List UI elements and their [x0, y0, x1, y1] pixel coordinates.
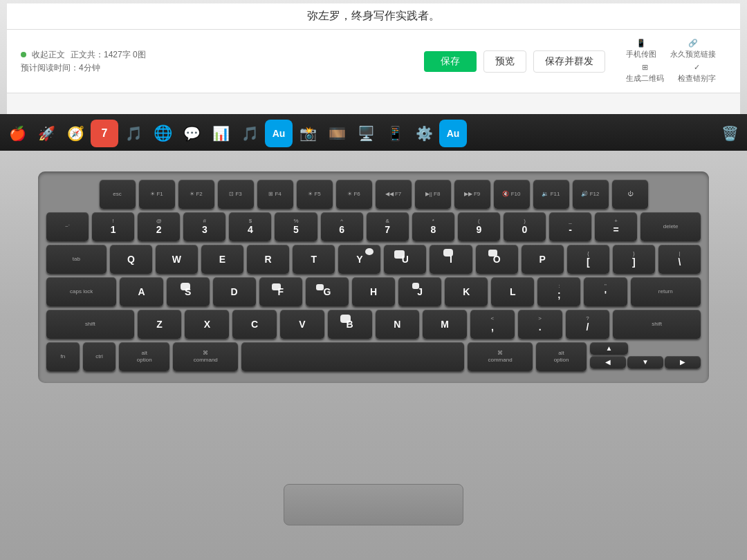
key-n[interactable]: N [376, 310, 420, 339]
key-o[interactable]: O [476, 245, 518, 274]
key-9[interactable]: (9 [458, 212, 500, 241]
key-fn[interactable]: fn [46, 342, 80, 371]
key-return[interactable]: return [631, 277, 701, 306]
key-u[interactable]: U [384, 245, 426, 274]
key-m[interactable]: M [423, 310, 467, 339]
key-power[interactable]: ⏻ [612, 180, 648, 209]
key-quote[interactable]: "' [584, 277, 627, 306]
key-q[interactable]: Q [110, 245, 152, 274]
key-caps-lock[interactable]: caps lock [46, 277, 116, 306]
key-b[interactable]: B [328, 310, 372, 339]
key-equals[interactable]: += [595, 212, 637, 241]
key-slash[interactable]: ?/ [566, 310, 610, 339]
key-f12[interactable]: 🔊 F12 [573, 180, 609, 209]
key-f[interactable]: F [259, 277, 302, 306]
key-y[interactable]: Y [338, 245, 380, 274]
key-left-option[interactable]: alt option [119, 342, 169, 371]
key-ctrl[interactable]: ctrl [83, 342, 116, 371]
key-j[interactable]: J [398, 277, 441, 306]
key-i[interactable]: I [430, 245, 472, 274]
key-left-shift[interactable]: shift [46, 310, 134, 339]
dock-icon-appstore[interactable]: 📱 [381, 120, 409, 147]
dock-icon-trash[interactable]: 🗑️ [716, 120, 744, 147]
key-r[interactable]: R [247, 245, 289, 274]
dock-icon-office[interactable]: 📊 [207, 120, 234, 147]
dock-icon-7[interactable]: 7 [91, 120, 118, 147]
key-g[interactable]: G [306, 277, 349, 306]
key-f8[interactable]: ▶|| F8 [415, 180, 451, 209]
key-arrow-down[interactable]: ▼ [627, 356, 663, 368]
key-left-command[interactable]: ⌘ command [173, 342, 238, 371]
key-f5[interactable]: ☀ F5 [297, 180, 333, 209]
key-0[interactable]: )0 [504, 212, 546, 241]
key-f1[interactable]: ☀ F1 [139, 180, 175, 209]
key-right-command[interactable]: ⌘ command [468, 342, 533, 371]
key-8[interactable]: *8 [412, 212, 454, 241]
permalink[interactable]: 🔗 永久预览链接 [670, 39, 716, 59]
key-f11[interactable]: 🔉 F11 [533, 180, 569, 209]
key-f4[interactable]: ⊞ F4 [257, 180, 293, 209]
dock-icon-wechat[interactable]: 💬 [178, 120, 205, 147]
dock-icon-photos[interactable]: 📸 [294, 120, 322, 147]
key-a[interactable]: A [120, 277, 163, 306]
dock-icon-settings[interactable]: ⚙️ [410, 120, 438, 147]
key-minus[interactable]: _- [549, 212, 591, 241]
key-s[interactable]: S [167, 277, 210, 306]
key-5[interactable]: %5 [275, 212, 317, 241]
dock-icon-audition[interactable]: Au [265, 120, 293, 147]
key-p[interactable]: P [522, 245, 564, 274]
key-c[interactable]: C [232, 310, 277, 339]
key-backslash[interactable]: |\ [658, 245, 701, 274]
key-arrow-left[interactable]: ◀ [590, 356, 626, 368]
key-e[interactable]: E [201, 245, 243, 274]
key-7[interactable]: &7 [367, 212, 409, 241]
key-semicolon[interactable]: :; [537, 277, 580, 306]
publish-button[interactable]: 保存并群发 [533, 50, 605, 73]
key-comma[interactable]: <, [470, 310, 515, 339]
key-v[interactable]: V [280, 310, 324, 339]
save-button[interactable]: 保存 [424, 51, 477, 72]
trackpad[interactable] [284, 484, 463, 525]
dock-icon-apple[interactable]: 🍎 [3, 120, 31, 147]
dock-icon-video[interactable]: 🎞️ [323, 120, 351, 147]
qrcode[interactable]: ⊞ 生成二维码 [626, 63, 664, 84]
key-6[interactable]: ^6 [321, 212, 363, 241]
key-f7[interactable]: ◀◀ F7 [376, 180, 412, 209]
key-d[interactable]: D [213, 277, 256, 306]
dock-icon-au2[interactable]: Au [439, 120, 467, 147]
key-f6[interactable]: ☀ F6 [336, 180, 372, 209]
key-bracket-right[interactable]: }] [613, 245, 655, 274]
dock-icon-launchpad[interactable]: 🚀 [33, 120, 60, 147]
key-w[interactable]: W [156, 245, 198, 274]
key-delete[interactable]: delete [640, 212, 701, 241]
key-tab[interactable]: tab [46, 245, 107, 274]
key-f3[interactable]: ⊡ F3 [218, 180, 254, 209]
key-bracket-left[interactable]: {[ [567, 245, 609, 274]
key-period[interactable]: >. [518, 310, 562, 339]
key-esc[interactable]: esc [100, 180, 136, 209]
key-tilde[interactable]: ~` [46, 212, 89, 241]
key-f9[interactable]: ▶▶ F9 [454, 180, 490, 209]
spellcheck[interactable]: ✓ 检查错别字 [678, 63, 716, 84]
key-l[interactable]: L [491, 277, 534, 306]
key-t[interactable]: T [293, 245, 335, 274]
dock-icon-chrome[interactable]: 🌐 [149, 120, 176, 147]
dock-icon-itunes[interactable]: 🎵 [236, 120, 264, 147]
key-2[interactable]: @2 [138, 212, 180, 241]
key-x[interactable]: X [185, 310, 229, 339]
dock-icon-safari[interactable]: 🧭 [62, 120, 89, 147]
key-1[interactable]: !1 [92, 212, 134, 241]
key-space[interactable] [241, 342, 464, 371]
key-3[interactable]: #3 [183, 212, 225, 241]
key-right-shift[interactable]: shift [613, 310, 701, 339]
key-f10[interactable]: 🔇 F10 [494, 180, 530, 209]
key-h[interactable]: H [352, 277, 395, 306]
key-k[interactable]: K [445, 277, 488, 306]
dock-icon-music1[interactable]: 🎵 [120, 120, 147, 147]
dock-icon-finder[interactable]: 🖥️ [352, 120, 380, 147]
key-4[interactable]: $4 [229, 212, 271, 241]
phone-upload[interactable]: 📱 手机传图 [626, 39, 656, 59]
key-z[interactable]: Z [138, 310, 182, 339]
key-right-option[interactable]: alt option [536, 342, 587, 371]
key-arrow-up[interactable]: ▲ [590, 342, 628, 355]
